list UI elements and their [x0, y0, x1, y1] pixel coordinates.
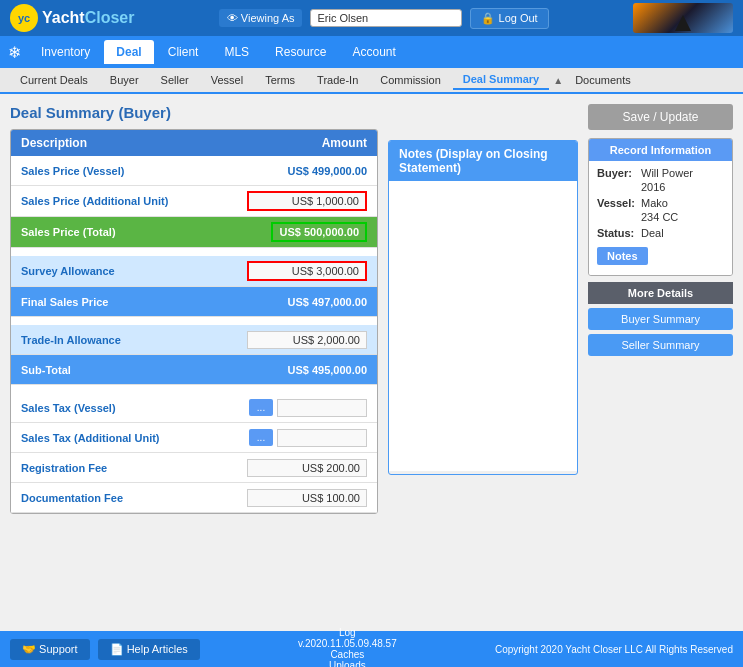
registration-fee-input[interactable] [247, 459, 367, 477]
record-info-box: Record Information Buyer: Will Power 201… [588, 138, 733, 276]
buyer-summary-button[interactable]: Buyer Summary [588, 308, 733, 330]
table-row: Sales Price (Vessel) US$ 499,000.00 [11, 156, 377, 186]
help-articles-button[interactable]: 📄 Help Articles [98, 639, 200, 660]
table-row: Sales Price (Total) US$ 500,000.00 [11, 217, 377, 248]
nav-mls[interactable]: MLS [212, 40, 261, 64]
subnav-commission[interactable]: Commission [370, 71, 451, 89]
copyright: Copyright 2020 Yacht Closer LLC All Righ… [495, 644, 733, 655]
sales-tax-vessel-input[interactable] [277, 399, 367, 417]
btn-input-group: ... [249, 429, 367, 447]
notes-textarea[interactable] [389, 181, 577, 471]
row-label: Sales Tax (Vessel) [21, 402, 116, 414]
record-vessel-row: Vessel: Mako [597, 197, 724, 209]
subnav-deal-summary[interactable]: Deal Summary [453, 70, 549, 90]
table-row: Trade-In Allowance [11, 325, 377, 355]
nav-account[interactable]: Account [340, 40, 407, 64]
row-value: US$ 497,000.00 [287, 296, 367, 308]
bottom-center: Log v.2020.11.05.09.48.57 Caches Uploads [298, 627, 397, 667]
uploads-label: Uploads [298, 660, 397, 667]
caches-label: Caches [298, 649, 397, 660]
arrow-icon: ▲ [553, 75, 563, 86]
row-value: US$ 499,000.00 [287, 165, 367, 177]
spacer [11, 248, 377, 256]
record-info-header: Record Information [589, 139, 732, 161]
viewing-as-label: 👁 Viewing As [219, 9, 303, 27]
snowflake-icon[interactable]: ❄ [8, 43, 21, 62]
spacer [11, 317, 377, 325]
survey-allowance-input[interactable] [247, 261, 367, 281]
seller-summary-button[interactable]: Seller Summary [588, 334, 733, 356]
row-label: Final Sales Price [21, 296, 108, 308]
status-label: Status: [597, 227, 637, 239]
nav-bar: ❄ Inventory Deal Client MLS Resource Acc… [0, 36, 743, 68]
record-status-row: Status: Deal [597, 227, 724, 239]
table-row: Registration Fee [11, 453, 377, 483]
table-row: Survey Allowance [11, 256, 377, 287]
main-content: Deal Summary (Buyer) Description Amount … [0, 94, 743, 524]
row-label: Documentation Fee [21, 492, 123, 504]
row-label: Sales Tax (Additional Unit) [21, 432, 160, 444]
vessel-label: Vessel: [597, 197, 637, 209]
sales-tax-additional-input[interactable] [277, 429, 367, 447]
logout-button[interactable]: 🔒 Log Out [470, 8, 548, 29]
log-version: v.2020.11.05.09.48.57 [298, 638, 397, 649]
page-title: Deal Summary (Buyer) [10, 104, 378, 121]
table-row: Sales Tax (Additional Unit) ... [11, 423, 377, 453]
sales-tax-additional-btn[interactable]: ... [249, 429, 273, 446]
subnav-terms[interactable]: Terms [255, 71, 305, 89]
bottom-left: 🤝 Support 📄 Help Articles [10, 639, 200, 660]
sub-nav: Current Deals Buyer Seller Vessel Terms … [0, 68, 743, 94]
more-details-header: More Details [588, 282, 733, 304]
nav-client[interactable]: Client [156, 40, 211, 64]
subnav-current-deals[interactable]: Current Deals [10, 71, 98, 89]
table-header: Description Amount [11, 130, 377, 156]
row-label: Survey Allowance [21, 265, 115, 277]
nav-deal[interactable]: Deal [104, 40, 153, 64]
subnav-trade-in[interactable]: Trade-In [307, 71, 368, 89]
table-row: Final Sales Price US$ 497,000.00 [11, 287, 377, 317]
row-label: Sales Price (Vessel) [21, 165, 124, 177]
notes-badge: Notes [597, 247, 648, 265]
subnav-buyer[interactable]: Buyer [100, 71, 149, 89]
buyer-name: Will Power [641, 167, 693, 179]
deal-table: Description Amount Sales Price (Vessel) … [10, 129, 378, 514]
subnav-vessel[interactable]: Vessel [201, 71, 253, 89]
save-update-button[interactable]: Save / Update [588, 104, 733, 130]
row-value: US$ 500,000.00 [271, 222, 367, 242]
top-center: 👁 Viewing As 🔒 Log Out [219, 8, 549, 29]
record-buyer-row: Buyer: Will Power [597, 167, 724, 179]
nav-inventory[interactable]: Inventory [29, 40, 102, 64]
subnav-documents[interactable]: Documents [565, 71, 641, 89]
top-bar: yc YachtCloser 👁 Viewing As 🔒 Log Out [0, 0, 743, 36]
table-row: Sales Price (Additional Unit) [11, 186, 377, 217]
row-label: Sales Price (Total) [21, 226, 116, 238]
table-row: Sales Tax (Vessel) ... [11, 393, 377, 423]
table-row: Documentation Fee [11, 483, 377, 513]
notes-badge-container: Notes [597, 243, 724, 269]
row-label: Sub-Total [21, 364, 71, 376]
viewing-as-input[interactable] [310, 9, 462, 27]
middle-panel: Notes (Display on Closing Statement) [388, 104, 578, 514]
buyer-year: 2016 [597, 181, 724, 193]
bottom-bar: 🤝 Support 📄 Help Articles Log v.2020.11.… [0, 631, 743, 667]
sales-price-additional-input[interactable] [247, 191, 367, 211]
buyer-label: Buyer: [597, 167, 637, 179]
logo-yacht: YachtCloser [42, 9, 134, 27]
nav-resource[interactable]: Resource [263, 40, 338, 64]
documentation-fee-input[interactable] [247, 489, 367, 507]
vessel-name: Mako [641, 197, 668, 209]
record-info-body: Buyer: Will Power 2016 Vessel: Mako 234 … [589, 161, 732, 275]
logo-icon: yc [10, 4, 38, 32]
log-label: Log [298, 627, 397, 638]
subnav-seller[interactable]: Seller [151, 71, 199, 89]
btn-input-group: ... [249, 399, 367, 417]
status-value: Deal [641, 227, 664, 239]
row-label: Registration Fee [21, 462, 107, 474]
vessel-model: 234 CC [597, 211, 724, 223]
notes-header: Notes (Display on Closing Statement) [389, 141, 577, 181]
right-panel: Save / Update Record Information Buyer: … [588, 104, 733, 514]
sales-tax-vessel-btn[interactable]: ... [249, 399, 273, 416]
trade-in-allowance-input[interactable] [247, 331, 367, 349]
row-value: US$ 495,000.00 [287, 364, 367, 376]
support-button[interactable]: 🤝 Support [10, 639, 90, 660]
